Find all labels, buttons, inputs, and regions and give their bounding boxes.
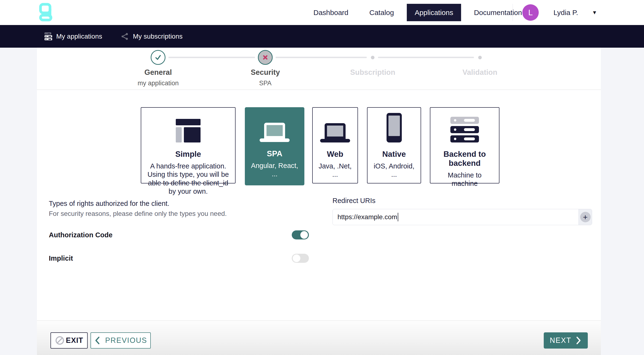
option-label: Authorization Code [49, 231, 112, 239]
security-form: Types of rights authorized for the clien… [37, 185, 601, 319]
step-security[interactable]: Security SPA [251, 50, 280, 87]
step-subscription[interactable]: Subscription [350, 50, 395, 77]
chevron-right-icon [575, 336, 582, 344]
wizard-footer: EXIT PREVIOUS NEXT [37, 320, 601, 355]
exit-label: EXIT [66, 336, 83, 345]
toggle-row-authorization-code: Authorization Code [49, 229, 309, 241]
subnav-item-my-subscriptions[interactable]: My subscriptions [121, 33, 183, 41]
card-title: Backend to backend [430, 150, 499, 168]
option-label: Implicit [49, 254, 73, 262]
nav-item-catalog[interactable]: Catalog [359, 0, 404, 25]
step-done-circle [151, 50, 166, 65]
step-sublabel: my application [138, 80, 179, 87]
app-type-card-simple[interactable]: Simple A hands-free application. Using t… [141, 107, 236, 183]
add-uri-button[interactable]: + [580, 212, 591, 222]
avatar[interactable]: L [522, 4, 539, 21]
subnav-label: My applications [56, 33, 102, 40]
app-type-card-backend[interactable]: Backend to backend Machine to machine [430, 107, 500, 183]
step-label: Security [251, 68, 280, 77]
phone-icon [386, 113, 402, 143]
rights-subtitle: For security reasons, please define only… [49, 210, 309, 217]
card-description: Angular, React, ... [245, 162, 304, 178]
stepper: General my application Security SPA Subs… [37, 48, 601, 90]
add-uri-zone: + [578, 209, 592, 225]
rights-title: Types of rights authorized for the clien… [49, 200, 309, 207]
sub-nav: My applications My subscriptions [0, 25, 644, 48]
app-type-card-spa[interactable]: SPA Angular, React, ... [245, 107, 304, 185]
subnav-label: My subscriptions [133, 33, 183, 40]
exit-button[interactable]: EXIT [50, 332, 88, 348]
app-type-card-native[interactable]: Native iOS, Android, ... [367, 107, 421, 183]
divider [512, 4, 513, 21]
redirect-uri-value: https://example.com [338, 213, 397, 221]
grant-types-section: Types of rights authorized for the clien… [49, 200, 309, 264]
redirect-uris-section: Redirect URIs https://example.com + [332, 197, 592, 225]
toggle-implicit[interactable] [292, 254, 309, 263]
app-type-card-web[interactable]: Web Java, .Net, ... [312, 107, 358, 183]
step-label: Subscription [350, 68, 395, 77]
laptop-icon [320, 123, 350, 143]
nav-item-dashboard[interactable]: Dashboard [303, 0, 359, 25]
next-button[interactable]: NEXT [544, 332, 588, 348]
previous-button[interactable]: PREVIOUS [90, 332, 151, 348]
subnav-item-my-applications[interactable]: My applications [44, 33, 102, 40]
laptop-icon [260, 123, 290, 142]
step-label: Validation [462, 68, 497, 77]
step-label: General [138, 68, 179, 77]
gravitee-logo[interactable] [39, 3, 53, 23]
redirect-uri-widget: https://example.com + [332, 209, 592, 225]
main-nav: Dashboard Catalog Applications Documenta… [303, 0, 532, 25]
step-dot [371, 56, 374, 59]
check-icon [154, 54, 162, 61]
card-description: iOS, Android, ... [368, 162, 420, 179]
caret-down-icon[interactable]: ▼ [592, 10, 597, 16]
plus-icon: + [583, 213, 588, 221]
chevron-left-icon [94, 336, 101, 344]
card-title: Native [368, 150, 420, 159]
ban-icon [55, 336, 64, 345]
subscriptions-icon [121, 33, 129, 41]
applications-icon [44, 33, 52, 40]
card-description: Java, .Net, ... [313, 162, 358, 179]
step-error-circle [258, 50, 273, 65]
wizard-panel: General my application Security SPA Subs… [37, 48, 601, 355]
step-validation[interactable]: Validation [462, 50, 497, 77]
layout-icon [176, 119, 200, 143]
user-menu[interactable]: L Lydia P. ▼ [512, 0, 597, 25]
toggle-row-implicit: Implicit [49, 252, 309, 264]
text-caret [398, 213, 398, 221]
previous-label: PREVIOUS [105, 336, 147, 345]
servers-icon [450, 117, 479, 143]
toggle-authorization-code[interactable] [292, 230, 309, 239]
redirect-uris-label: Redirect URIs [332, 197, 592, 205]
step-dot [478, 56, 482, 59]
redirect-uri-input[interactable]: https://example.com [333, 209, 578, 225]
card-title: Web [313, 150, 358, 159]
card-title: Simple [141, 150, 235, 159]
card-title: SPA [245, 149, 304, 158]
step-sublabel: SPA [251, 80, 280, 87]
step-general[interactable]: General my application [138, 50, 179, 87]
nav-item-applications[interactable]: Applications [407, 4, 461, 21]
error-x-icon [262, 54, 269, 61]
top-bar: Dashboard Catalog Applications Documenta… [0, 0, 644, 25]
stepper-connector [168, 57, 255, 58]
user-name: Lydia P. [554, 9, 578, 17]
next-label: NEXT [550, 336, 571, 345]
